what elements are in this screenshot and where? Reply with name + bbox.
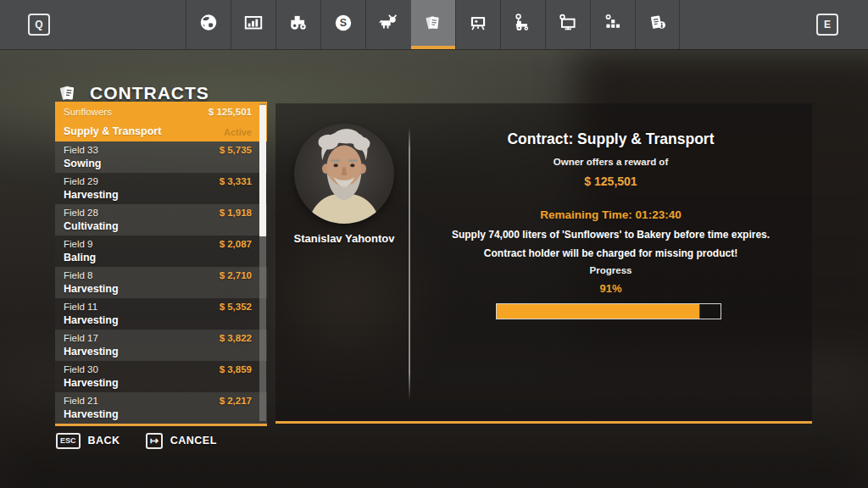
contract-name: Field 21 [64,396,98,406]
game-screen: Q [0,0,868,488]
blocks-icon [602,12,624,37]
progress-label: Progress [409,265,812,275]
contract-title: Contract: Supply & Transport [409,130,812,148]
contract-name: Field 28 [64,208,98,218]
cancel-button[interactable]: ↦ CANCEL [146,433,217,449]
tab-map[interactable] [186,0,231,49]
list-scrollbar-thumb[interactable] [259,105,266,236]
contract-type: Harvesting [64,189,252,201]
contract-type: Harvesting [64,283,252,295]
contract-reward: $ 3,331 [220,176,252,186]
contract-reward: $ 2,710 [220,270,252,280]
contract-list-item[interactable]: Field 8 $ 2,710 Harvesting [55,267,267,298]
contract-name: Sunflowers [64,107,112,117]
contract-list-item[interactable]: Field 17 $ 3,822 Harvesting [55,330,267,361]
contract-type: Harvesting [64,314,252,326]
contract-reward: $ 2,087 [220,239,252,249]
info-paper-icon [647,12,669,37]
contract-reward: $ 125,501 [209,107,252,117]
tab-missions[interactable] [500,0,545,49]
contract-reward: $ 2,217 [220,396,252,406]
contract-status-badge: Active [224,127,252,137]
contract-name: Field 29 [64,176,98,186]
tab-controls[interactable] [545,0,590,49]
tractor-icon [287,12,309,37]
tab-contracts[interactable] [410,0,455,49]
footer-key-hints: ESC BACK ↦ CANCEL [56,430,242,452]
monitor-icon [557,12,579,37]
contract-list-item[interactable]: Field 33 $ 5,735 Sowing [55,141,267,173]
contract-reward: $ 3,859 [220,364,252,374]
svg-text:S: S [340,17,347,29]
progress-bar [496,303,721,319]
contract-list-item[interactable]: Field 11 $ 5,352 Harvesting [55,298,267,330]
menu-tabs: S [186,0,680,49]
contract-reward: $ 5,735 [220,145,252,155]
contract-name: Field 11 [64,302,97,312]
tab-vehicles[interactable] [275,0,320,49]
contract-type: Harvesting [64,377,252,389]
cancel-key-icon: ↦ [146,433,163,449]
cancel-label: CANCEL [170,435,217,446]
contract-name: Field 8 [64,270,93,280]
contract-type: Harvesting [64,346,252,358]
tractor-nodes-icon [512,12,534,37]
photo-board-icon [467,12,489,37]
coin-icon: S [332,12,354,37]
tab-help[interactable] [635,0,680,49]
vertical-divider [409,127,410,400]
contract-description-line1: Supply 74,000 liters of 'Sunflowers' to … [409,229,812,241]
contract-detail-panel: Stanislav Yahontov Contract: Supply & Tr… [275,103,812,424]
reward-label: Owner offers a reward of [409,157,812,167]
tab-finances[interactable]: S [320,0,365,49]
bar-chart-icon [242,12,264,37]
contract-type: Cultivating [64,220,252,232]
contract-list-item[interactable]: Field 9 $ 2,087 Baling [55,236,267,267]
contract-type: Sowing [64,158,252,169]
back-label: BACK [88,435,120,446]
contract-type: Harvesting [64,408,252,420]
contract-description-line2: Contract holder will be charged for miss… [409,247,812,259]
contract-reward: $ 5,352 [220,302,252,312]
prev-tab-keycap[interactable]: Q [28,14,50,36]
list-scrollbar-track[interactable] [259,103,266,421]
back-button[interactable]: ESC BACK [56,433,120,449]
tab-animals[interactable] [365,0,410,49]
contract-list-item[interactable]: Field 29 $ 3,331 Harvesting [55,173,267,204]
contract-name: Field 33 [64,145,98,155]
cow-icon [377,12,399,37]
top-menu-bar: Q [0,0,868,49]
contract-owner-name: Stanislav Yahontov [275,232,413,245]
tab-mods[interactable] [590,0,635,49]
progress-percent: 91% [409,282,812,295]
globe-icon [198,12,220,37]
contract-type: Baling [64,252,252,263]
contract-name: Field 30 [64,364,98,374]
reward-amount: $ 125,501 [409,175,812,188]
contract-list: Sunflowers $ 125,501 Supply & Transport … [55,102,267,426]
remaining-time: Remaining Time: 01:23:40 [409,208,812,221]
contract-list-item[interactable]: Field 28 $ 1,918 Cultivating [55,204,267,236]
contract-list-item[interactable]: Field 21 $ 2,217 Harvesting [55,392,267,424]
progress-bar-fill [497,304,700,319]
contract-list-item-selected[interactable]: Sunflowers $ 125,501 Supply & Transport … [55,102,267,141]
contract-name: Field 9 [64,239,93,249]
contract-name: Field 17 [64,333,98,343]
contract-reward: $ 3,822 [220,333,252,343]
esc-keycap: ESC [56,433,81,449]
tab-statistics[interactable] [231,0,275,49]
contract-list-item[interactable]: Field 30 $ 3,859 Harvesting [55,361,267,392]
contracts-icon [422,12,444,37]
tab-photo[interactable] [455,0,500,49]
page-title: CONTRACTS [90,83,209,103]
avatar [294,124,394,224]
contract-reward: $ 1,918 [220,208,252,218]
next-tab-keycap[interactable]: E [816,14,838,36]
